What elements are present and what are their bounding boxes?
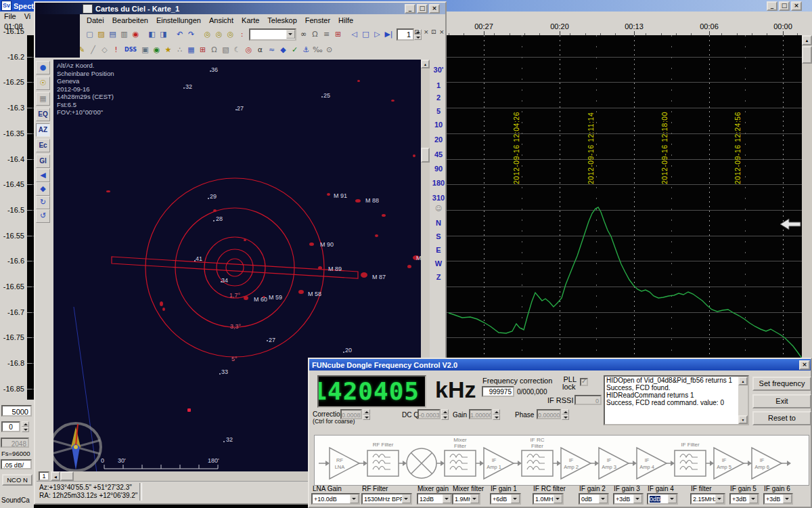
chevron-down-icon[interactable] bbox=[633, 494, 642, 503]
toolbar1-icon-0[interactable]: ▢ bbox=[84, 28, 95, 41]
pll-lock-checkbox[interactable]: ✓ bbox=[580, 378, 588, 386]
if-rc-filter-select[interactable]: 1.0MHz bbox=[533, 493, 564, 505]
fov-button-30m[interactable]: 30' bbox=[430, 66, 447, 74]
toolbar1-icon-10[interactable]: ↷ bbox=[185, 28, 197, 41]
cartes-titlebar[interactable]: Cartes du Ciel - Karte_1 bbox=[35, 3, 445, 14]
fov-button-5[interactable]: 5 bbox=[430, 107, 447, 115]
menu-teleskop[interactable]: Teleskop bbox=[263, 16, 300, 24]
dock-pin-icon[interactable]: ⊡ bbox=[414, 28, 420, 35]
gain-input[interactable]: 1.00000 bbox=[469, 409, 492, 419]
toolbar2-icon-5[interactable]: ▣ bbox=[139, 44, 151, 56]
toolbar2-icon-6[interactable]: ◉ bbox=[151, 44, 162, 56]
dc-spinner-0[interactable] bbox=[363, 409, 370, 420]
direction-button-z[interactable]: Z bbox=[430, 273, 447, 281]
projection-button-ec[interactable]: Ec bbox=[36, 139, 50, 152]
spin-down-icon[interactable] bbox=[22, 427, 29, 432]
offset-spinner[interactable] bbox=[22, 421, 29, 432]
freq-correction-input[interactable]: 999975 bbox=[482, 386, 514, 397]
toolbar2-icon-13[interactable]: ☾ bbox=[231, 44, 243, 56]
direction-button-w[interactable]: W bbox=[430, 259, 447, 268]
close-icon[interactable]: × bbox=[439, 28, 445, 35]
toolbar2-icon-20[interactable]: ‰ bbox=[312, 44, 323, 56]
menu-fenster[interactable]: Fenster bbox=[301, 16, 334, 24]
toolbar1-icon-3[interactable]: ▥ bbox=[118, 28, 130, 41]
chevron-down-icon[interactable] bbox=[715, 494, 724, 503]
toolbar1-icon-1[interactable]: ▨ bbox=[95, 28, 107, 41]
toolbar2-icon-14[interactable]: ◎ bbox=[243, 44, 254, 56]
left-toolbar-icon-10[interactable]: ↺ bbox=[36, 209, 50, 223]
restore-button[interactable]: □ bbox=[779, 1, 790, 11]
chevron-down-icon[interactable] bbox=[470, 494, 479, 503]
log-scrollbar[interactable]: ▲▼ bbox=[738, 377, 748, 424]
left-toolbar-icon-8[interactable]: ◆ bbox=[36, 182, 50, 196]
dc-spinner-3[interactable] bbox=[562, 409, 569, 420]
rf-filter-select[interactable]: 1530MHz BPF bbox=[361, 493, 412, 505]
if-filter-select[interactable]: 2.15MHz bbox=[690, 493, 725, 505]
toolbar1-icon-25[interactable]: ▶| bbox=[383, 28, 394, 41]
fov-button-2[interactable]: 2 bbox=[430, 93, 447, 102]
left-toolbar-icon-2[interactable]: ▦ bbox=[36, 92, 50, 106]
spin-down-icon[interactable] bbox=[363, 415, 370, 420]
projection-button-az[interactable]: AZ bbox=[36, 123, 50, 137]
toolbar2-icon-17[interactable]: ◆ bbox=[277, 44, 289, 56]
scroll-left-button[interactable]: ◀ bbox=[51, 471, 60, 481]
toolbar2-icon-16[interactable]: ≈ bbox=[266, 44, 277, 56]
toolbar2-icon-1[interactable]: ╱ bbox=[87, 44, 99, 56]
toolbar1-icon-6[interactable]: ◧ bbox=[146, 28, 158, 41]
toolbar1-icon-15[interactable]: : bbox=[236, 28, 248, 41]
projection-button-gl[interactable]: Gl bbox=[36, 154, 50, 168]
scroll-thumb[interactable] bbox=[421, 148, 430, 163]
menu-hilfe[interactable]: Hilfe bbox=[334, 16, 357, 24]
direction-button-s[interactable]: S bbox=[430, 232, 447, 240]
toolbar1-icon-24[interactable]: ▷ bbox=[371, 28, 383, 41]
nco-button[interactable]: NCO N bbox=[2, 474, 32, 486]
chevron-down-icon[interactable] bbox=[668, 494, 677, 503]
toolbar2-icon-18[interactable]: ✓ bbox=[289, 44, 300, 56]
chevron-down-icon[interactable] bbox=[783, 494, 792, 503]
toolbar2-icon-8[interactable]: ∴ bbox=[174, 44, 185, 56]
toolbar1-icon-19[interactable]: ≡ bbox=[321, 28, 332, 41]
toolbar2-icon-9[interactable]: ▦ bbox=[185, 44, 197, 56]
toolbar2-icon-11[interactable]: Ω bbox=[208, 44, 220, 56]
toolbar2-icon-12[interactable]: ▧ bbox=[220, 44, 231, 56]
menu-bearbeiten[interactable]: Bearbeiten bbox=[108, 16, 152, 24]
left-toolbar-icon-7[interactable]: ◀ bbox=[36, 169, 50, 182]
if-gain-1-select[interactable]: +6dB bbox=[490, 493, 521, 505]
phase-input[interactable]: 0.00000 bbox=[537, 409, 561, 419]
offset-input[interactable]: 0 bbox=[1, 421, 20, 432]
scroll-thumb[interactable] bbox=[802, 46, 812, 64]
toolbar1-icon-14[interactable]: ◎ bbox=[225, 28, 236, 41]
reset-to-bootloader-button[interactable]: Reset to bootloader bbox=[752, 411, 811, 425]
toolbar1-icon-12[interactable]: ◎ bbox=[202, 28, 213, 41]
toolbar1-icon-18[interactable]: Ω bbox=[309, 28, 321, 41]
close-icon[interactable]: × bbox=[791, 1, 802, 11]
if-gain-6-select[interactable]: +3dB bbox=[763, 493, 793, 505]
spin-down-icon[interactable] bbox=[562, 415, 569, 420]
menu-ansicht[interactable]: Ansicht bbox=[205, 16, 238, 24]
direction-button-e[interactable]: E bbox=[430, 246, 447, 254]
fov-button-45[interactable]: 45 bbox=[430, 150, 447, 158]
db-div-input[interactable]: .05 dB/ bbox=[1, 459, 32, 469]
close-icon[interactable]: × bbox=[429, 4, 440, 14]
minimize-button[interactable]: _ bbox=[767, 1, 777, 11]
spin-down-icon[interactable] bbox=[441, 415, 449, 420]
chevron-down-icon[interactable] bbox=[350, 494, 359, 503]
chevron-down-icon[interactable] bbox=[749, 494, 758, 503]
minimize-button[interactable]: _ bbox=[405, 4, 415, 14]
left-toolbar-icon-9[interactable]: ↻ bbox=[36, 196, 50, 209]
toolbar1-icon-22[interactable]: ◁ bbox=[348, 28, 360, 41]
toolbar1-icon-7[interactable]: ◨ bbox=[158, 28, 169, 41]
menu-einstellungen[interactable]: Einstellungen bbox=[152, 16, 205, 24]
spin-down-icon[interactable] bbox=[493, 415, 500, 420]
toolbar2-icon-19[interactable]: ⚓ bbox=[300, 44, 312, 56]
spin-up-icon[interactable] bbox=[22, 421, 29, 427]
chevron-down-icon[interactable] bbox=[511, 494, 520, 503]
toolbar1-icon-23[interactable]: □ bbox=[360, 28, 371, 41]
dock-pin-icon[interactable]: ⊡ bbox=[431, 28, 436, 35]
left-toolbar-icon-1[interactable]: ☉ bbox=[36, 77, 50, 90]
chevron-down-icon[interactable] bbox=[286, 30, 295, 39]
spin-up-icon[interactable] bbox=[493, 409, 500, 415]
scroll-down-button[interactable]: ▼ bbox=[738, 415, 748, 424]
fov-button-1[interactable]: 1 bbox=[430, 81, 447, 89]
toolbar1-icon-20[interactable]: ⊞ bbox=[332, 28, 344, 41]
